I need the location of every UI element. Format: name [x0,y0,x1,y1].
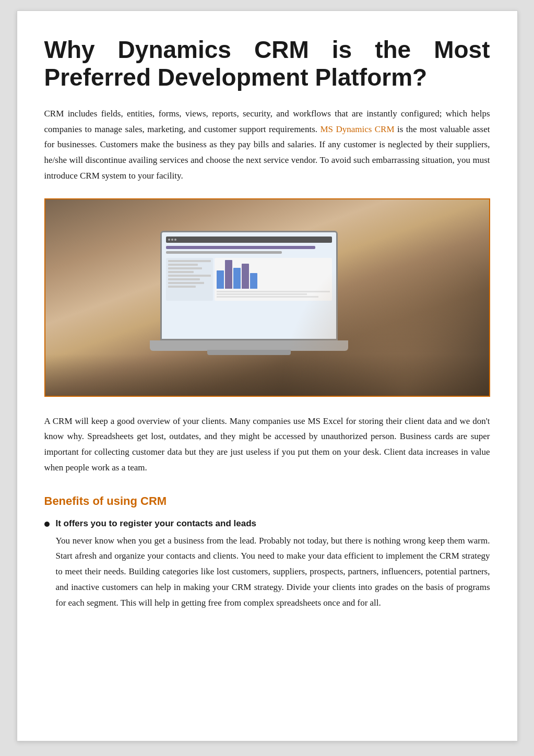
benefit-description-1: You never know when you get a business f… [44,533,490,611]
benefit-item-1: It offers you to register your contacts … [44,518,490,611]
intro-paragraph: CRM includes fields, entities, forms, vi… [44,106,490,184]
benefit-title-1: It offers you to register your contacts … [56,518,256,529]
bullet-icon [44,522,50,527]
page-container: Why Dynamics CRM is the Most Preferred D… [17,10,518,741]
ms-dynamics-link[interactable]: MS Dynamics CRM [320,124,394,134]
overview-paragraph: A CRM will keep a good overview of your … [44,414,490,476]
page-title: Why Dynamics CRM is the Most Preferred D… [44,36,490,91]
benefits-section-title: Benefits of using CRM [44,494,490,508]
hero-image [44,198,490,397]
bottom-gradient [45,354,489,396]
benefit-header: It offers you to register your contacts … [44,518,490,529]
